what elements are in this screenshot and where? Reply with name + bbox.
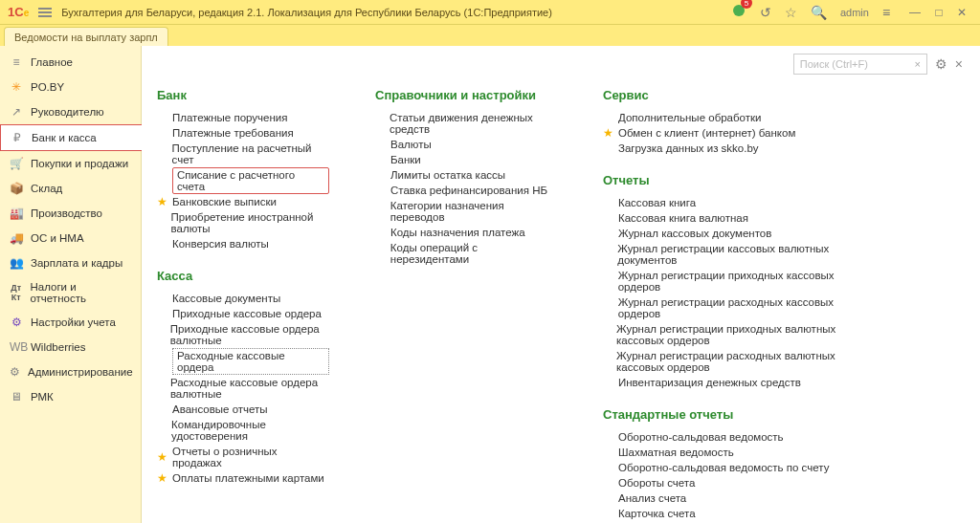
menu-link[interactable]: Поступление на расчетный счет [157, 141, 329, 167]
menu-link[interactable]: Расходные кассовые ордера валютные [157, 375, 329, 402]
menu-link[interactable]: Командировочные удостоверения [157, 417, 329, 444]
link-label: Кассовые документы [172, 291, 280, 306]
clear-icon[interactable]: × [914, 58, 920, 70]
section-sprav-title: Справочники и настройки [375, 88, 557, 102]
menu-link[interactable]: Журнал кассовых документов [603, 226, 871, 241]
link-label: Журнал регистрации кассовых валютных док… [617, 241, 871, 268]
sidebar-item-6[interactable]: 🏭Производство [0, 201, 141, 226]
menu-link[interactable]: Журнал регистрации кассовых валютных док… [603, 241, 871, 268]
link-label: Банки [390, 152, 421, 167]
sidebar-label: Банк и касса [32, 132, 97, 143]
sidebar-item-8[interactable]: 👥Зарплата и кадры [0, 251, 141, 275]
menu-link[interactable]: Дополнительные обработки [603, 110, 871, 125]
menu-link[interactable]: Коды назначения платежа [375, 225, 557, 240]
menu-link[interactable]: Списание с расчетного счета [157, 167, 329, 194]
menu-link[interactable]: Оборотно-сальдовая ведомость [603, 429, 871, 445]
sidebar-label: Администрирование [28, 366, 133, 378]
menu-link[interactable]: Журнал регистрации приходных кассовых ор… [603, 268, 871, 294]
close-panel-icon[interactable]: × [955, 56, 963, 72]
link-label: Анализ счета [618, 490, 686, 506]
content-area: Поиск (Ctrl+F) × ⚙ × Банк Платежные пору… [142, 46, 980, 523]
bell-icon[interactable]: 5 [731, 3, 746, 21]
link-label: Обмен с клиент (интернет) банком [618, 125, 795, 141]
menu-link[interactable]: Кассовая книга валютная [603, 210, 871, 226]
window-controls: — □ ✕ [903, 6, 972, 19]
filter-icon[interactable]: ≡ [882, 5, 890, 20]
sidebar-icon: 👥 [10, 256, 23, 270]
menu-link[interactable]: Платежные требования [157, 125, 329, 141]
menu-link[interactable]: Анализ счета [603, 490, 871, 506]
menu-link[interactable]: Шахматная ведомость [603, 445, 871, 460]
menu-link[interactable]: ★Оплаты платежными картами [157, 470, 329, 486]
menu-link[interactable]: ★Банковские выписки [157, 194, 329, 209]
menu-link[interactable]: Лимиты остатка кассы [375, 167, 557, 183]
menu-link[interactable]: Журнал регистрации расходных валютных ка… [603, 348, 871, 375]
search-placeholder: Поиск (Ctrl+F) [800, 58, 868, 70]
menu-link[interactable]: Коды операций с нерезидентами [375, 240, 557, 267]
menu-link[interactable]: Кассовые документы [157, 291, 329, 306]
menu-link[interactable]: ★Обмен с клиент (интернет) банком [603, 125, 871, 141]
menu-link[interactable]: Оборотно-сальдовая ведомость по счету [603, 460, 871, 475]
gear-icon[interactable]: ⚙ [935, 56, 947, 72]
link-label: Приходные кассовые ордера [172, 306, 322, 321]
menu-link[interactable]: Конверсия валюты [157, 236, 329, 251]
sidebar-item-5[interactable]: 📦Склад [0, 176, 141, 201]
menu-link[interactable]: Карточка счета [603, 506, 871, 521]
menu-link[interactable]: Приходные кассовые ордера валютные [157, 321, 329, 348]
sidebar-item-11[interactable]: WBWildberries [0, 335, 141, 360]
sidebar-label: Настройки учета [31, 316, 116, 328]
menu-link[interactable]: Приходные кассовые ордера [157, 306, 329, 321]
tab-label: Ведомости на выплату зарпл [14, 32, 158, 43]
star-icon: ★ [157, 195, 167, 208]
menu-link[interactable]: Статьи движения денежных средств [375, 110, 557, 137]
link-label: Кассовая книга [618, 195, 696, 210]
sidebar-item-4[interactable]: 🛒Покупки и продажи [0, 151, 141, 176]
tab-payroll[interactable]: Ведомости на выплату зарпл [4, 27, 168, 46]
sidebar-item-13[interactable]: 🖥РМК [0, 384, 141, 409]
menu-link[interactable]: Журнал регистрации расходных кассовых ор… [603, 294, 871, 321]
search-icon[interactable]: 🔍 [811, 5, 827, 20]
minimize-icon[interactable]: — [909, 6, 921, 19]
sidebar-icon: 📦 [10, 182, 23, 195]
search-input[interactable]: Поиск (Ctrl+F) × [793, 54, 927, 75]
sidebar-item-9[interactable]: Дт КтНалоги и отчетность [0, 275, 141, 310]
menu-link[interactable]: Банки [375, 152, 557, 167]
sidebar-item-12[interactable]: ⚙Администрирование [0, 360, 141, 384]
link-label: Кассовая книга валютная [618, 210, 748, 226]
menu-link[interactable]: Обороты счета [603, 475, 871, 490]
menu-link[interactable]: Ставка рефинансирования НБ [375, 183, 557, 198]
link-label: Лимиты остатка кассы [390, 167, 505, 183]
menu-link[interactable]: Приобретение иностранной валюты [157, 209, 329, 236]
history-icon[interactable]: ↺ [760, 5, 771, 20]
sidebar-label: Производство [31, 207, 102, 219]
menu-link[interactable]: Расходные кассовые ордера [157, 348, 329, 375]
menu-link[interactable]: Авансовые отчеты [157, 402, 329, 417]
menu-link[interactable]: Категории назначения переводов [375, 198, 557, 225]
menu-link[interactable]: Инвентаризация денежных средств [603, 375, 871, 390]
link-label: Списание с расчетного счета [172, 167, 329, 194]
sidebar-item-0[interactable]: ≡Главное [0, 50, 141, 75]
star-icon[interactable]: ☆ [785, 5, 797, 20]
sidebar-item-2[interactable]: ↗Руководителю [0, 99, 141, 124]
sidebar-item-3[interactable]: ₽Банк и касса [0, 124, 142, 151]
maximize-icon[interactable]: □ [935, 6, 942, 19]
sidebar-label: Склад [31, 183, 62, 194]
link-label: Категории назначения переводов [390, 198, 557, 225]
sidebar-item-1[interactable]: ✳PO.BY [0, 75, 141, 99]
menu-link[interactable]: ★Отчеты о розничных продажах [157, 444, 329, 470]
sidebar-item-10[interactable]: ⚙Настройки учета [0, 310, 141, 335]
menu-icon[interactable] [38, 8, 52, 17]
sidebar: ≡Главное✳PO.BY↗Руководителю₽Банк и касса… [0, 46, 142, 523]
link-label: Дополнительные обработки [618, 110, 761, 125]
close-icon[interactable]: ✕ [957, 6, 967, 19]
menu-link[interactable]: Платежные поручения [157, 110, 329, 125]
menu-link[interactable]: Валюты [375, 137, 557, 152]
sidebar-item-7[interactable]: 🚚ОС и НМА [0, 226, 141, 251]
user-label[interactable]: admin [840, 7, 869, 18]
sidebar-label: ОС и НМА [31, 232, 84, 244]
link-label: Конверсия валюты [172, 236, 269, 251]
menu-link[interactable]: Загрузка данных из skko.by [603, 141, 871, 156]
menu-link[interactable]: Кассовая книга [603, 195, 871, 210]
menu-link[interactable]: Журнал регистрации приходных валютных ка… [603, 321, 871, 348]
link-label: Командировочные удостоверения [171, 417, 329, 444]
